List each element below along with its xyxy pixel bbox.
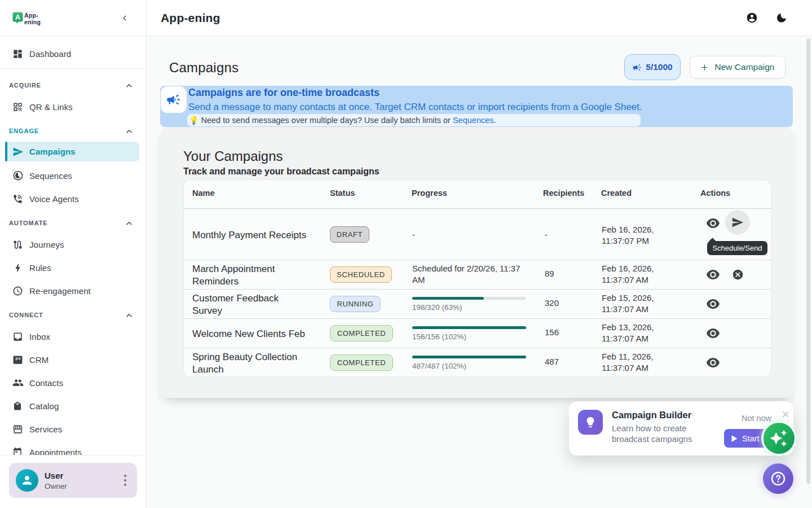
svg-text:A: A [15,13,21,21]
